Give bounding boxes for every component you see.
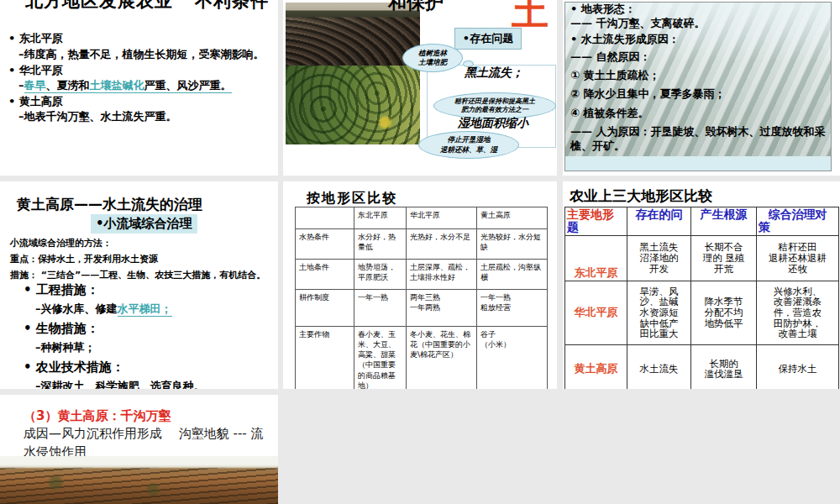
wetland-grass-photo	[286, 66, 420, 144]
row-label: 主要作物	[296, 327, 354, 390]
slide-5-terrain-comparison[interactable]: 按地形区比较 东北平原 华北平原 黄土高原 水热条件 水分好，热量低 光热好，水…	[283, 181, 557, 389]
line-human-causes: —— 人为原因：开垦陡坡、毁坏树木、过度放牧和采樵、开矿。	[570, 125, 827, 154]
issue-wetland-shrink: 湿地面积缩小	[458, 116, 528, 131]
slide-title-cropped: 和保护	[388, 0, 444, 15]
table-row: 水热条件 水分好，热量低 光热好，水分不足 光热较好，水分短缺	[296, 229, 548, 260]
slide-title: 农业上三大地形区比较	[570, 186, 712, 206]
bullet-loess-detail: –地表千沟万壑、水土流失严重。	[18, 109, 177, 124]
link-level-terraces[interactable]: 水平梯田；	[118, 302, 172, 315]
title-right: 不利条件	[195, 0, 269, 11]
link-spring-drought[interactable]: 春旱	[24, 79, 46, 92]
header-text: 产生根源	[701, 207, 748, 221]
slide-sorter-page: 北方地区发展农业不利条件 • 东北平原 –纬度高，热量不足，植物生长期短，受寒潮…	[0, 0, 840, 504]
slide-3-erosion-causes[interactable]: • 地表形态： —— 千沟万壑、支离破碎。 • 水土流失形成原因： —— 自然原…	[563, 0, 840, 176]
table-row: 华北平原 旱涝、风 沙、盐碱 水资源短 缺中低产 田比重大 降水季节 分配不均 …	[565, 281, 839, 344]
line-cause-4: ④ 植被条件差。	[570, 107, 827, 121]
table-cell: 冬小麦、花生、棉花（中国重要的小麦\棉花产区）	[407, 327, 477, 390]
method-line: 小流域综合治理的方法：	[10, 237, 112, 249]
row-label-northeast: 东北平原	[565, 235, 627, 281]
bullet-northchina-plain: • 华北平原	[8, 63, 63, 78]
cloud-callout-afforestation: 植树造林 土壤培肥	[402, 44, 463, 72]
table-cell: 一年一熟	[354, 290, 407, 327]
title-left: 北方地区发展农业	[25, 0, 173, 11]
detail-pre: –兴修水库、修建	[35, 302, 118, 315]
header-blue-part: 题	[567, 220, 579, 234]
table-row: 主要作物 春小麦、玉米、大豆、高粱、甜菜（中国重要的商品粮基地） 冬小麦、花生、…	[296, 327, 548, 390]
bullet-northeast-plain: • 东北平原	[8, 31, 63, 46]
loess-plateau-photo: • 地表形态： —— 千沟万壑、支离破碎。 • 水土流失形成原因： —— 自然原…	[564, 2, 832, 171]
bullet-engineering: • 工程措施：	[24, 282, 99, 298]
issue-black-soil-loss: 黑土流失；	[465, 66, 523, 81]
slide-4-erosion-control[interactable]: 黄土高原——水土流失的治理 •小流域综合治理 小流域综合治理的方法： 重点：保持…	[0, 181, 278, 389]
row-label-loess: 黄土高原	[565, 344, 627, 389]
line-terrain: • 地表形态：	[570, 3, 827, 17]
header-text: 存在的问	[636, 207, 683, 221]
header-cell-solutions: 综合治理对策	[757, 207, 839, 236]
biological-detail: –种树种草；	[35, 340, 96, 355]
cause-cell: 长期的 滥伐滥垦	[691, 344, 757, 389]
table-cell: 地势坦荡，平原肥沃	[354, 260, 407, 290]
loess-canyon-photo	[0, 456, 278, 504]
solution-cell: 保持水土	[757, 344, 839, 389]
header-wrap-char: 策	[759, 221, 770, 234]
bullet-loess-plateau: • 黄土高原	[8, 94, 63, 109]
table-cell: 土层深厚、疏松，土壤排水性好	[407, 260, 477, 290]
table-header-row: 主要地形题 存在的问 产生根源 综合治理对策	[565, 207, 839, 236]
table-row: 黄土高原 水土流失 长期的 滥伐滥垦 保持水土	[565, 344, 839, 389]
agrotech-detail: –深耕改土、科学施肥、选育良种。	[35, 379, 205, 389]
table-cell: 春小麦、玉米、大豆、高粱、甜菜（中国重要的商品粮基地）	[354, 327, 407, 390]
slide-2-black-soil-protection[interactable]: 和保护 土 •存在问题 植树造林 土壤培肥 黑土流失； 秸秆还田是保持和提高黑土…	[283, 0, 557, 176]
underlined-phrase: 春旱、夏涝和土壤盐碱化严重、风沙严重。	[24, 79, 232, 93]
bullet-northchina-detail: –春旱、夏涝和土壤盐碱化严重、风沙严重。	[18, 78, 232, 93]
table-cell: 水分好，热量低	[354, 229, 407, 260]
header-cell-problems: 存在的问	[627, 207, 691, 236]
measures-line: 措施： “三结合”——工程、生物、农技三大措施，有机结合。	[10, 269, 265, 281]
table-cell: 光热好，水分不足	[407, 229, 477, 260]
table-cell: 土层疏松，沟壑纵横	[477, 260, 548, 290]
header-cell: 黄土高原	[477, 207, 548, 229]
header-text: 综合治理对	[769, 207, 827, 221]
table-row: 耕作制度 一年一熟 两年三熟 一年两熟 一年一熟 粗放经营	[296, 290, 548, 327]
cause-cell: 长期不合 理的 垦殖 开荒	[691, 235, 757, 281]
table-row: 东北平原 黑土流失 沼泽地的 开发 长期不合 理的 垦殖 开荒 秸秆还田 退耕还…	[565, 235, 839, 281]
slide-6-three-regions-table[interactable]: 农业上三大地形区比较 主要地形题 存在的问 产生根源 综合治理对策 东北平原 黑…	[563, 181, 840, 389]
engineering-detail: –兴修水库、修建水平梯田；	[35, 302, 172, 317]
header-cell-region: 主要地形题	[565, 207, 627, 236]
solution-cell: 秸秆还田 退耕还林退耕 还牧	[757, 235, 839, 281]
problem-cell: 旱涝、风 沙、盐碱 水资源短 缺中低产 田比重大	[627, 281, 691, 344]
row-label: 水热条件	[296, 229, 354, 260]
key-point-line: 重点：保持水土，开发利用水土资源	[10, 253, 158, 265]
plain-mid: 、夏涝和	[46, 79, 90, 92]
slide-title: 黄土高原——水土流失的治理	[17, 195, 202, 214]
line-causes-title: • 水土流失形成原因：	[570, 33, 827, 47]
slide-7-gullies[interactable]: （3）黄土高原：千沟万壑 成因—风力沉积作用形成 沟壑地貌 --- 流水侵蚀作用	[0, 395, 278, 504]
bottom-cyan-strip	[565, 156, 831, 171]
header-cell-causes: 产生根源	[691, 207, 757, 236]
row-label-northchina: 华北平原	[565, 281, 627, 344]
plain-end: 严重、风沙严重。	[144, 79, 232, 92]
existing-problems-label: •存在问题	[454, 28, 522, 50]
line-natural-causes: —— 自然原因：	[570, 50, 827, 65]
bullet-agrotech: • 农业技术措施：	[24, 360, 124, 375]
underlined-phrase: 水平梯田；	[118, 302, 172, 317]
slide-1-north-agriculture[interactable]: 北方地区发展农业不利条件 • 东北平原 –纬度高，热量不足，植物生长期短，受寒潮…	[0, 0, 278, 176]
table-cell: 一年一熟 粗放经营	[477, 290, 548, 327]
cause-cell: 降水季节 分配不均 地势低平	[691, 281, 757, 344]
cloud-callout-stop-reclaiming: 停止开垦湿地 退耕还林、草、湿	[418, 131, 519, 159]
link-soil-salinization[interactable]: 土壤盐碱化	[90, 79, 144, 92]
highlight-small-watershed: •小流域综合治理	[91, 214, 197, 234]
big-red-character: 土	[512, 0, 549, 30]
slide-title-cropped: 北方地区发展农业不利条件	[25, 0, 269, 13]
table-cell: 两年三熟 一年两熟	[407, 290, 477, 327]
solution-cell: 兴修水利、 改善灌溉条 件，营造农 田防护林， 改善土壤	[757, 281, 839, 344]
slide-title: 按地形区比较	[307, 190, 397, 207]
slide-title-red: （3）黄土高原：千沟万壑	[24, 408, 171, 424]
bullet-biological: • 生物措施：	[24, 321, 99, 337]
line-terrain-detail: —— 千沟万壑、支离破碎。	[570, 17, 827, 31]
bullet-northeast-detail: –纬度高，热量不足，植物生长期短，受寒潮影响。	[18, 47, 265, 62]
row-label: 土地条件	[296, 260, 354, 290]
line-cause-2: ② 降水少且集中，夏季多暴雨；	[570, 87, 827, 102]
terrain-comparison-table: 东北平原 华北平原 黄土高原 水热条件 水分好，热量低 光热好，水分不足 光热较…	[295, 207, 548, 389]
problem-cell: 黑土流失 沼泽地的 开发	[627, 235, 691, 281]
table-row: 土地条件 地势坦荡，平原肥沃 土层深厚、疏松，土壤排水性好 土层疏松，沟壑纵横	[296, 260, 548, 290]
